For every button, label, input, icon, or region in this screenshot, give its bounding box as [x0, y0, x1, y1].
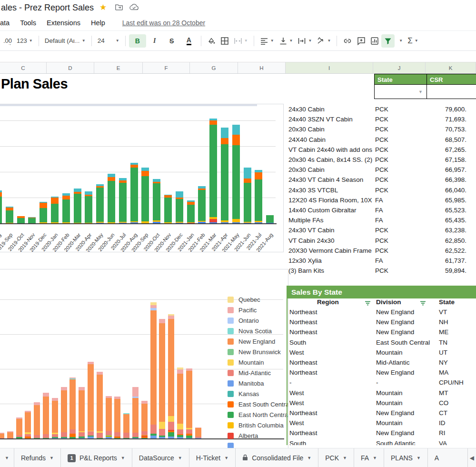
sales-by-division-stacked-chart[interactable]: QuebecPacificOntarioNova ScotiaNew Engla…: [0, 269, 288, 448]
sheet-tab-plans[interactable]: PLANS▼: [384, 448, 428, 467]
text-color-icon[interactable]: A: [180, 34, 198, 48]
menu-item-ata[interactable]: ata: [0, 19, 10, 27]
sheet-tab-menu-icon[interactable]: ▼: [343, 456, 347, 460]
legend-item-nova-scotia[interactable]: Nova Scotia: [228, 328, 272, 335]
state-dropdown-cell[interactable]: ▼: [374, 84, 427, 99]
product-value-cell[interactable]: 59,894.: [445, 267, 466, 274]
sheet-tab-menu-icon[interactable]: ▼: [224, 456, 228, 460]
move-folder-icon[interactable]: [115, 3, 123, 13]
sheet-tab-pck[interactable]: PCK▼: [318, 448, 354, 467]
product-name-cell[interactable]: 12X20 4S Florida Room, 10X: [288, 197, 375, 204]
product-name-cell[interactable]: 24x30 3S VTCBL: [288, 187, 375, 194]
product-type-cell[interactable]: PCK: [375, 247, 388, 254]
state-table-row[interactable]: NortheastNew EnglandNH: [288, 318, 476, 328]
legend-item-mid-atlantic[interactable]: Mid-Atlantic: [228, 369, 271, 377]
sheet-tab-menu-icon[interactable]: ▼: [50, 456, 54, 460]
legend-item-ontario[interactable]: Ontario: [228, 317, 259, 324]
product-type-cell[interactable]: FA: [375, 197, 383, 204]
column-header-D[interactable]: D: [47, 62, 94, 73]
column-header-J[interactable]: J: [373, 62, 426, 73]
chevron-down-icon[interactable]: ▼: [5, 456, 9, 460]
borders-icon[interactable]: [218, 34, 231, 48]
state-table-row[interactable]: NortheastNew EnglandRI: [288, 429, 476, 439]
sheet-tab-h-ticket[interactable]: H-Ticket▼: [189, 448, 236, 467]
insert-comment-icon[interactable]: [355, 34, 368, 48]
menu-item-tools[interactable]: Tools: [20, 19, 36, 27]
state-table-row[interactable]: SouthEast South CentralTN: [288, 339, 476, 349]
product-value-cell[interactable]: 63,238.: [445, 227, 466, 234]
product-type-cell[interactable]: PCK: [375, 187, 388, 194]
state-table-row[interactable]: NortheastNew EnglandMA: [288, 369, 476, 379]
menu-item-extensions[interactable]: Extensions: [47, 19, 80, 27]
sheet-tab-datasource[interactable]: DataSource▼: [132, 448, 189, 467]
column-header-C[interactable]: C: [0, 62, 47, 73]
font-name-select[interactable]: Default (Ari…▼: [42, 34, 88, 48]
fill-color-icon[interactable]: [205, 34, 218, 48]
product-type-cell[interactable]: PCK: [375, 106, 388, 113]
state-table-row[interactable]: NortheastNew EnglandME: [288, 328, 476, 338]
product-value-cell[interactable]: 66,398.: [445, 176, 466, 183]
product-name-cell[interactable]: VT Cabin 24x30: [288, 237, 375, 244]
tab-scroll-left-icon[interactable]: ◀: [467, 448, 476, 467]
product-value-cell[interactable]: 70,753.: [445, 126, 466, 133]
product-value-cell[interactable]: 67,158.: [445, 156, 466, 163]
dropdown-arrow-icon[interactable]: ▼: [418, 89, 423, 94]
product-type-cell[interactable]: PCK: [375, 237, 388, 244]
italic-icon[interactable]: I: [146, 34, 163, 48]
bold-icon[interactable]: B: [129, 34, 146, 48]
product-name-cell[interactable]: 24x30 Cabin: [288, 106, 375, 113]
state-table-row[interactable]: SouthSouth AtlanticVA: [288, 440, 476, 445]
product-value-cell[interactable]: 62,850.: [445, 237, 466, 244]
sheet-tab-partial[interactable]: ▼: [0, 448, 14, 467]
product-type-cell[interactable]: PCK: [375, 166, 388, 173]
product-name-cell[interactable]: 20X30 Vermont Cabin Frame: [288, 247, 375, 254]
state-table-row[interactable]: WestMountainID: [288, 419, 476, 429]
product-name-cell[interactable]: 20x30 4s Cabin, 8x14 SS. (2): [288, 156, 375, 163]
product-value-cell[interactable]: 66,957.: [445, 166, 466, 173]
legend-item-pacific[interactable]: Pacific: [228, 307, 257, 314]
column-header-E[interactable]: E: [94, 62, 143, 73]
text-rotation-icon[interactable]: ▼: [314, 34, 333, 48]
state-table-row[interactable]: WestMountainCO: [288, 399, 476, 409]
increase-decimal-icon[interactable]: .00→: [1, 34, 14, 48]
product-name-cell[interactable]: 20x30 Cabin: [288, 126, 375, 133]
product-value-cell[interactable]: 65,523.: [445, 207, 466, 214]
product-type-cell[interactable]: FA: [375, 207, 383, 214]
sheet-tab-refunds[interactable]: Refunds▼: [14, 448, 61, 467]
merge-cells-icon[interactable]: ▼: [231, 34, 250, 48]
product-name-cell[interactable]: 20x30 Cabin: [288, 166, 375, 173]
column-header-G[interactable]: G: [190, 62, 238, 73]
product-type-cell[interactable]: PCK: [375, 176, 388, 183]
product-value-cell[interactable]: 79,600.: [445, 106, 466, 113]
product-name-cell[interactable]: 24x40 3SZN VT Cabin: [288, 116, 375, 123]
product-name-cell[interactable]: Multiple FAs: [288, 217, 375, 224]
product-value-cell[interactable]: 62,522.: [445, 247, 466, 254]
insert-chart-icon[interactable]: [368, 34, 381, 48]
product-value-cell[interactable]: 67,265.: [445, 146, 466, 153]
product-type-cell[interactable]: PCK: [375, 146, 388, 153]
menu-item-help[interactable]: Help: [91, 19, 105, 27]
horizontal-align-icon[interactable]: ▼: [258, 34, 277, 48]
legend-item-quebec[interactable]: Quebec: [228, 296, 260, 303]
cloud-status-icon[interactable]: [129, 3, 139, 13]
font-size-select[interactable]: 24▼: [95, 34, 122, 48]
column-header-H[interactable]: H: [238, 62, 286, 73]
state-header-cell[interactable]: State: [374, 74, 427, 85]
product-name-cell[interactable]: 24X40 Cabin: [288, 136, 375, 143]
sheet-tab-a[interactable]: A: [428, 448, 446, 467]
legend-item-mountain[interactable]: Mountain: [228, 359, 264, 366]
product-value-cell[interactable]: 65,985.: [445, 197, 466, 204]
functions-icon[interactable]: Σ▼: [405, 34, 420, 48]
product-type-cell[interactable]: FA: [375, 257, 383, 264]
sheet-tab-menu-icon[interactable]: ▼: [178, 456, 182, 460]
product-name-cell[interactable]: 24x30 VT Cabin 4 Season: [288, 176, 375, 183]
sheet-tab-menu-icon[interactable]: ▼: [307, 456, 311, 460]
product-value-cell[interactable]: 68,507.: [445, 136, 466, 143]
product-type-cell[interactable]: PCK: [375, 267, 388, 274]
filter-views-chevron-icon[interactable]: ▼: [395, 34, 405, 48]
product-type-cell[interactable]: PCK: [375, 126, 388, 133]
state-table-row[interactable]: --CPU/NH: [288, 379, 476, 389]
star-icon[interactable]: ★: [99, 2, 107, 12]
legend-item-british-columbia[interactable]: British Columbia: [228, 422, 284, 429]
state-table-row[interactable]: NortheastMid-AtlanticNY: [288, 359, 476, 369]
